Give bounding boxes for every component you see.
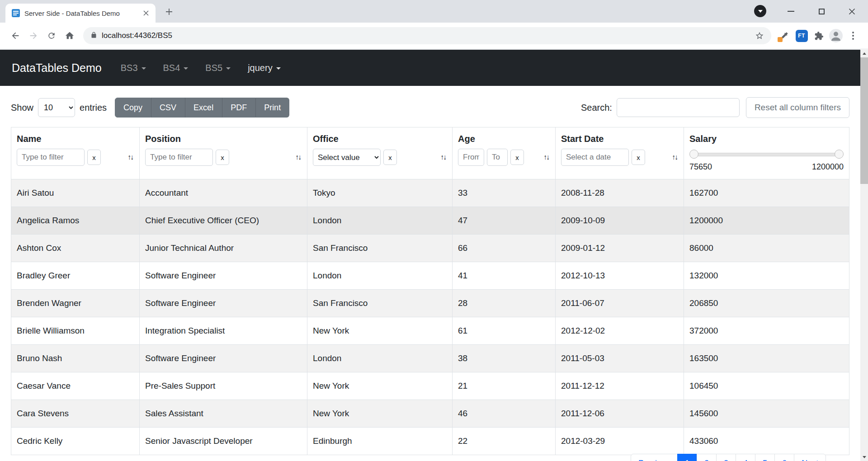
chevron-down-icon (184, 67, 188, 70)
site-navbar: DataTables Demo BS3 BS4 BS5 jquery (0, 50, 860, 86)
brand-link[interactable]: DataTables Demo (12, 61, 102, 75)
pagination-previous[interactable]: Previous (631, 454, 678, 461)
search-area: Search: Reset all column filters (581, 97, 849, 118)
sort-icon[interactable]: ↑↓ (543, 153, 550, 161)
cell: Software Engineer (140, 345, 307, 372)
position-filter-clear-button[interactable]: x (216, 150, 229, 165)
cell: 41 (453, 262, 556, 290)
pagination-page-2[interactable]: 2 (697, 454, 717, 461)
table-row[interactable]: Angelica Ramos Chief Executive Officer (… (11, 207, 849, 235)
slider-handle-max[interactable] (835, 150, 844, 159)
nav-item-bs4[interactable]: BS4 (163, 63, 189, 73)
reset-filters-button[interactable]: Reset all column filters (746, 97, 849, 118)
search-label: Search: (581, 103, 612, 113)
cell: Edinburgh (307, 428, 453, 455)
pdf-button[interactable]: PDF (222, 98, 255, 118)
age-to-input[interactable] (487, 149, 508, 166)
sort-icon[interactable]: ↑↓ (440, 153, 447, 161)
cell: Cara Stevens (11, 400, 140, 428)
sort-icon[interactable]: ↑↓ (295, 153, 302, 161)
office-filter-clear-button[interactable]: x (383, 150, 397, 165)
nav-item-jquery[interactable]: jquery (248, 63, 280, 73)
cell: 22 (453, 428, 556, 455)
column-header-salary: Salary 75650 1200000 (684, 127, 849, 179)
cell: Bruno Nash (11, 345, 140, 372)
colorpicker-extension-icon[interactable] (777, 28, 792, 43)
new-tab-button[interactable] (164, 6, 175, 17)
table-row[interactable]: Airi Satou Accountant Tokyo 33 2008-11-2… (11, 179, 849, 207)
name-filter-input[interactable] (17, 149, 85, 166)
data-table-wrap: Name x ↑↓ Position x ↑↓ (0, 127, 860, 455)
scrollbar-thumb[interactable] (860, 57, 868, 184)
age-filter-clear-button[interactable]: x (510, 150, 524, 165)
table-row[interactable]: Cara Stevens Sales Assistant New York 46… (11, 400, 849, 428)
table-row[interactable]: Brenden Wagner Software Engineer San Fra… (11, 290, 849, 317)
window-close-button[interactable] (845, 5, 859, 18)
pagination-page-5[interactable]: 5 (755, 454, 775, 461)
reload-icon[interactable] (43, 28, 60, 44)
vertical-scrollbar[interactable] (860, 50, 868, 461)
cell: 2009-01-12 (556, 235, 684, 262)
nav-item-bs3[interactable]: BS3 (121, 63, 146, 73)
print-button[interactable]: Print (255, 98, 289, 118)
pagination-page-4[interactable]: 4 (736, 454, 755, 461)
cell: 2011-06-07 (556, 290, 684, 317)
browser-tab[interactable]: Server Side - DataTables Demo (5, 4, 156, 23)
cell: 2011-12-06 (556, 400, 684, 428)
site-favicon-icon (12, 9, 20, 17)
table-row[interactable]: Bruno Nash Software Engineer London 38 2… (11, 345, 849, 372)
cell: 433060 (684, 428, 849, 455)
back-icon[interactable] (7, 28, 24, 44)
home-icon[interactable] (61, 28, 78, 44)
scroll-down-icon[interactable] (860, 453, 868, 461)
browser-menu-icon[interactable] (845, 28, 861, 43)
nav-item-bs5[interactable]: BS5 (205, 63, 231, 73)
bookmark-star-icon[interactable] (755, 31, 764, 40)
pagination-page-3[interactable]: 3 (716, 454, 736, 461)
pagination-page-6[interactable]: 6 (774, 454, 794, 461)
cell: Cedric Kelly (11, 428, 140, 455)
name-filter-clear-button[interactable]: x (87, 150, 101, 165)
cell: Junior Technical Author (140, 235, 307, 262)
cell: Chief Executive Officer (CEO) (140, 207, 307, 235)
table-row[interactable]: Brielle Williamson Integration Specialis… (11, 317, 849, 345)
ft-extension-icon[interactable]: FT (794, 28, 809, 43)
table-row[interactable]: Caesar Vance Pre-Sales Support New York … (11, 372, 849, 400)
table-row[interactable]: Ashton Cox Junior Technical Author San F… (11, 235, 849, 262)
sort-icon[interactable]: ↑↓ (127, 153, 134, 161)
office-filter-select[interactable]: Select value (313, 149, 381, 166)
table-row[interactable]: Bradley Greer Software Engineer London 4… (11, 262, 849, 290)
slider-handle-min[interactable] (689, 150, 698, 159)
extensions-puzzle-icon[interactable] (811, 28, 826, 43)
table-row[interactable]: Cedric Kelly Senior Javascript Developer… (11, 428, 849, 455)
page-length-select[interactable]: 10 (38, 98, 75, 117)
cell: Accountant (140, 179, 307, 207)
cell: Caesar Vance (11, 372, 140, 400)
sort-icon[interactable]: ↑↓ (672, 153, 678, 161)
pagination-page-1[interactable]: 1 (677, 454, 697, 461)
window-minimize-button[interactable] (784, 5, 797, 18)
search-input[interactable] (617, 98, 740, 117)
start-date-filter-input[interactable] (561, 149, 629, 166)
copy-button[interactable]: Copy (115, 98, 151, 118)
window-maximize-button[interactable] (815, 5, 828, 18)
tab-close-icon[interactable] (141, 8, 151, 18)
position-filter-input[interactable] (145, 149, 213, 166)
cell: Ashton Cox (11, 235, 140, 262)
cell: 2012-12-02 (556, 317, 684, 345)
browser-update-icon[interactable] (754, 5, 766, 17)
scroll-up-icon[interactable] (860, 50, 868, 57)
pagination-next[interactable]: Next (794, 454, 826, 461)
forward-icon[interactable] (25, 28, 42, 44)
profile-avatar[interactable] (828, 28, 844, 43)
date-filter-clear-button[interactable]: x (632, 150, 645, 165)
salary-range-slider[interactable] (690, 150, 843, 159)
cell: Senior Javascript Developer (140, 428, 307, 455)
age-from-input[interactable] (458, 149, 484, 166)
cell: San Francisco (307, 290, 453, 317)
slider-track (690, 153, 843, 156)
url-input[interactable]: localhost:44362/BS5 (83, 27, 771, 44)
excel-button[interactable]: Excel (185, 98, 222, 118)
csv-button[interactable]: CSV (151, 98, 185, 118)
cell: London (307, 207, 453, 235)
